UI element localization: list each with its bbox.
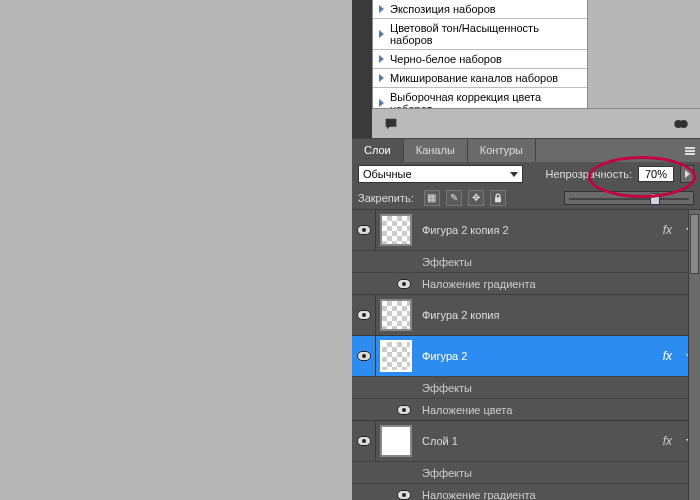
preset-exposure[interactable]: Экспозиция наборов xyxy=(373,0,587,18)
scrollbar-thumb[interactable] xyxy=(690,214,699,274)
effect-label: Эффекты xyxy=(416,382,472,394)
effect-visibility-toggle[interactable] xyxy=(392,484,416,500)
preset-label: Цветовой тон/Насыщенность наборов xyxy=(390,22,581,46)
layer-thumbnail[interactable] xyxy=(380,214,412,246)
eye-icon xyxy=(357,225,371,235)
visibility-toggle[interactable] xyxy=(352,210,376,250)
slider-track xyxy=(569,198,689,200)
layer-effect-row[interactable]: Эффекты xyxy=(352,461,700,483)
eye-icon xyxy=(357,310,371,320)
visibility-toggle[interactable] xyxy=(352,336,376,376)
effect-label: Эффекты xyxy=(416,256,472,268)
blend-mode-value: Обычные xyxy=(363,168,412,180)
layer-name[interactable]: Фигура 2 копия xyxy=(416,309,700,321)
layer-row[interactable]: Фигура 2 копия xyxy=(352,295,700,336)
lock-icon xyxy=(493,193,503,203)
chevron-right-icon xyxy=(685,170,690,178)
lock-all-button[interactable] xyxy=(490,190,506,206)
scrollbar-vertical[interactable] xyxy=(688,210,700,500)
tab-channels[interactable]: Каналы xyxy=(404,139,468,162)
preset-label: Черно-белое наборов xyxy=(390,53,502,65)
blend-mode-select[interactable]: Обычные xyxy=(358,165,523,183)
lock-transparent-button[interactable]: ▦ xyxy=(424,190,440,206)
panel-menu-button[interactable] xyxy=(680,139,700,162)
effect-visibility-toggle[interactable] xyxy=(392,399,416,420)
panel-tabs: Слои Каналы Контуры xyxy=(352,138,700,162)
slider-thumb[interactable] xyxy=(650,193,660,205)
opacity-label: Непрозрачность: xyxy=(546,168,632,180)
chevron-right-icon xyxy=(379,55,384,63)
layer-thumbnail[interactable] xyxy=(380,340,412,372)
chevron-down-icon xyxy=(510,172,518,177)
fx-indicator[interactable]: fx xyxy=(663,434,680,448)
chevron-right-icon xyxy=(379,74,384,82)
layer-effect-row[interactable]: Эффекты xyxy=(352,376,700,398)
eye-icon xyxy=(357,351,371,361)
opacity-value[interactable]: 70% xyxy=(638,166,674,182)
adjustment-presets-panel: Экспозиция наборов Цветовой тон/Насыщенн… xyxy=(372,0,588,119)
opacity-flyout-button[interactable] xyxy=(680,165,694,183)
effect-label: Эффекты xyxy=(416,467,472,479)
effect-visibility-toggle[interactable] xyxy=(392,462,416,483)
layer-effect-row[interactable]: Эффекты xyxy=(352,250,700,272)
layer-thumbnail-col xyxy=(376,336,416,376)
layers-list: Фигура 2 копия 2fxЭффектыНаложение гради… xyxy=(352,210,700,500)
chevron-right-icon xyxy=(379,30,384,38)
effect-label: Наложение градиента xyxy=(416,278,536,290)
menu-icon xyxy=(685,147,695,155)
preset-channel-mixer[interactable]: Микширование каналов наборов xyxy=(373,68,587,87)
fx-indicator[interactable]: fx xyxy=(663,349,680,363)
effect-label: Наложение цвета xyxy=(416,404,512,416)
layer-thumbnail-col xyxy=(376,421,416,461)
visibility-toggle[interactable] xyxy=(352,295,376,335)
eye-icon xyxy=(397,490,411,500)
layer-thumbnail[interactable] xyxy=(380,425,412,457)
effect-visibility-toggle[interactable] xyxy=(392,251,416,272)
clip-to-layer-icon[interactable] xyxy=(672,116,690,132)
layer-thumbnail-col xyxy=(376,295,416,335)
layer-effect-row[interactable]: Наложение градиента xyxy=(352,272,700,294)
layer-name[interactable]: Фигура 2 копия 2 xyxy=(416,224,663,236)
fill-slider[interactable] xyxy=(564,191,694,205)
chevron-right-icon xyxy=(379,99,384,107)
blend-opacity-row: Обычные Непрозрачность: 70% xyxy=(352,162,700,186)
lock-label: Закрепить: xyxy=(358,192,414,204)
preset-hue-saturation[interactable]: Цветовой тон/Насыщенность наборов xyxy=(373,18,587,49)
layer-effect-row[interactable]: Наложение цвета xyxy=(352,398,700,420)
effect-visibility-toggle[interactable] xyxy=(392,377,416,398)
eye-icon xyxy=(397,279,411,289)
tab-paths[interactable]: Контуры xyxy=(468,139,536,162)
fx-indicator[interactable]: fx xyxy=(663,223,680,237)
adjustments-options-bar xyxy=(372,108,700,138)
lock-fill-row: Закрепить: ▦ ✎ ✥ xyxy=(352,186,700,210)
layer-name[interactable]: Слой 1 xyxy=(416,435,663,447)
eye-icon xyxy=(357,436,371,446)
tab-layers[interactable]: Слои xyxy=(352,139,404,162)
layer-row[interactable]: Фигура 2fxЭффектыНаложение цвета xyxy=(352,336,700,421)
effect-visibility-toggle[interactable] xyxy=(392,273,416,294)
layer-name[interactable]: Фигура 2 xyxy=(416,350,663,362)
visibility-toggle[interactable] xyxy=(352,421,376,461)
preset-black-white[interactable]: Черно-белое наборов xyxy=(373,49,587,68)
lock-position-button[interactable]: ✥ xyxy=(468,190,484,206)
preset-label: Экспозиция наборов xyxy=(390,3,496,15)
effect-label: Наложение градиента xyxy=(416,489,536,501)
chevron-right-icon xyxy=(379,5,384,13)
layer-row[interactable]: Слой 1fxЭффектыНаложение градиента xyxy=(352,421,700,500)
layer-thumbnail-col xyxy=(376,210,416,250)
eye-icon xyxy=(397,405,411,415)
preset-label: Микширование каналов наборов xyxy=(390,72,558,84)
layer-row[interactable]: Фигура 2 копия 2fxЭффектыНаложение гради… xyxy=(352,210,700,295)
lock-pixels-button[interactable]: ✎ xyxy=(446,190,462,206)
layer-thumbnail[interactable] xyxy=(380,299,412,331)
svg-point-1 xyxy=(680,120,688,128)
layer-effect-row[interactable]: Наложение градиента xyxy=(352,483,700,500)
return-to-adjustment-icon[interactable] xyxy=(382,116,400,132)
